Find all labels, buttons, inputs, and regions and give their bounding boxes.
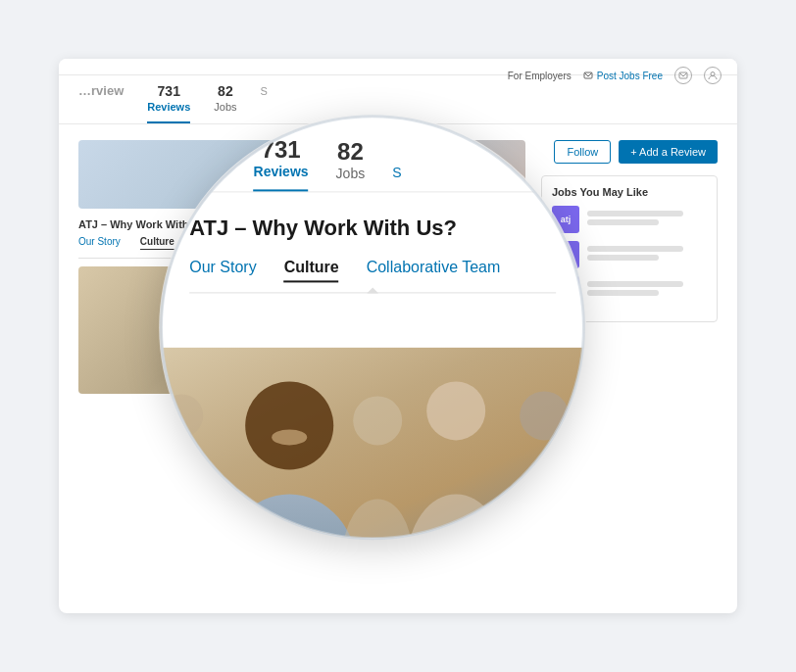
job-lines-1 bbox=[587, 211, 707, 228]
job-item-2[interactable]: atj bbox=[552, 241, 707, 268]
circle-body: ATJ – Why Work With Us? Our Story Cultur… bbox=[162, 192, 583, 293]
page-wrapper: For Employers Post Jobs Free …rview 731 bbox=[0, 0, 796, 672]
mail-icon bbox=[583, 71, 593, 80]
circle-nav: Our Story Culture Collaborative Team bbox=[189, 259, 556, 282]
circle-jobs-label: Jobs bbox=[336, 166, 366, 181]
bg-header: For Employers Post Jobs Free bbox=[59, 59, 737, 75]
circle-photo-overlay bbox=[162, 347, 583, 538]
circle-jobs-count: 82 bbox=[336, 138, 366, 166]
more-partial-label: S bbox=[392, 165, 401, 180]
job-lines-3 bbox=[587, 281, 707, 299]
circle-reviews-label: Reviews bbox=[254, 164, 309, 179]
job-line-bottom-3 bbox=[587, 290, 659, 296]
for-employers-label: For Employers bbox=[508, 71, 572, 81]
circle-company-title: ATJ – Why Work With Us? bbox=[189, 216, 556, 241]
svg-point-21 bbox=[162, 394, 203, 437]
job-line-bottom-2 bbox=[587, 255, 659, 261]
svg-point-17 bbox=[426, 381, 485, 440]
circle-tab-jobs[interactable]: 82 Jobs bbox=[336, 138, 366, 191]
circle-tab-more-partial[interactable]: S bbox=[392, 164, 401, 191]
job-line-bottom-1 bbox=[587, 219, 659, 225]
svg-point-19 bbox=[520, 391, 569, 440]
overview-label: …rview bbox=[78, 83, 124, 98]
tab-more[interactable]: S bbox=[261, 83, 268, 123]
jobs-label: Jobs bbox=[214, 101, 236, 113]
envelope-icon bbox=[674, 67, 692, 84]
bg-top-right: For Employers Post Jobs Free bbox=[508, 67, 721, 84]
magnified-circle: rview 731 Reviews 82 Jobs S ATJ – Why Wo… bbox=[162, 117, 583, 538]
job-lines-2 bbox=[587, 246, 707, 264]
job-line-top-2 bbox=[587, 246, 683, 252]
tab-reviews[interactable]: 731 Reviews bbox=[147, 83, 190, 123]
job-line-top-1 bbox=[587, 211, 683, 216]
job-line-top-3 bbox=[587, 281, 683, 287]
user-icon bbox=[704, 67, 721, 84]
job-item-1[interactable]: atj bbox=[552, 206, 707, 233]
follow-button[interactable]: Follow bbox=[554, 140, 611, 164]
reviews-count: 731 bbox=[147, 83, 190, 99]
circle-nav-divider bbox=[189, 292, 556, 293]
add-review-label: + Add a Review bbox=[630, 146, 706, 158]
circle-photo-svg bbox=[162, 347, 583, 538]
jobs-count: 82 bbox=[214, 83, 236, 99]
nav-our-story[interactable]: Our Story bbox=[78, 236, 121, 250]
svg-point-2 bbox=[711, 72, 715, 76]
post-jobs-label[interactable]: Post Jobs Free bbox=[597, 71, 663, 81]
add-review-button[interactable]: + Add a Review bbox=[619, 140, 718, 164]
tab-overview[interactable]: …rview bbox=[78, 83, 124, 123]
tab-jobs[interactable]: 82 Jobs bbox=[214, 83, 236, 123]
reviews-label: Reviews bbox=[147, 101, 190, 113]
circle-nav-culture[interactable]: Culture bbox=[284, 259, 339, 282]
sidebar-actions: Follow + Add a Review bbox=[541, 140, 718, 164]
jobs-section-title: Jobs You May Like bbox=[552, 186, 707, 198]
circle-nav-collaborative-team[interactable]: Collaborative Team bbox=[367, 259, 501, 282]
svg-point-14 bbox=[245, 381, 333, 469]
more-label: S bbox=[261, 85, 268, 97]
svg-point-15 bbox=[272, 429, 307, 445]
nav-culture[interactable]: Culture bbox=[140, 236, 174, 250]
circle-nav-our-story[interactable]: Our Story bbox=[189, 259, 256, 282]
svg-point-23 bbox=[353, 396, 402, 445]
